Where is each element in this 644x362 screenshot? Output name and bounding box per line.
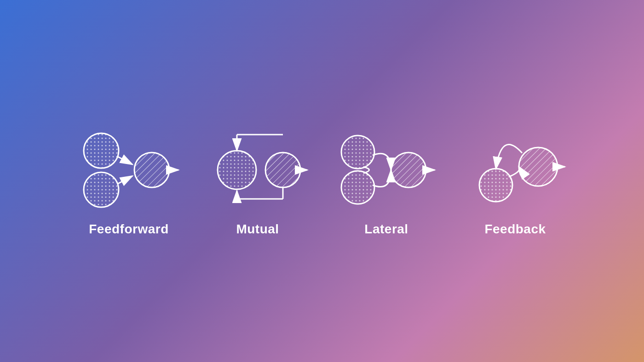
mutual-diagram [207, 125, 308, 208]
svg-point-32 [479, 169, 512, 202]
diagrams-container: Feedforward [46, 125, 598, 237]
mutual-section: Mutual [193, 125, 322, 237]
feedforward-section: Feedforward [64, 125, 193, 237]
svg-point-33 [519, 147, 558, 186]
svg-point-13 [218, 151, 256, 189]
svg-line-7 [118, 176, 132, 184]
svg-point-24 [341, 136, 374, 169]
svg-point-3 [84, 133, 119, 168]
lateral-diagram [336, 125, 437, 208]
svg-point-5 [134, 153, 169, 187]
svg-line-6 [118, 157, 132, 164]
lateral-section: Lateral [322, 125, 451, 237]
svg-point-14 [265, 153, 300, 187]
mutual-label: Mutual [236, 222, 279, 237]
feedback-diagram [465, 125, 566, 208]
feedback-label: Feedback [484, 222, 546, 237]
svg-point-25 [341, 171, 374, 204]
svg-point-26 [391, 153, 426, 187]
feedforward-diagram [78, 125, 179, 208]
svg-point-4 [84, 172, 119, 207]
lateral-label: Lateral [364, 222, 408, 237]
feedback-section: Feedback [451, 125, 580, 237]
feedforward-label: Feedforward [89, 222, 169, 237]
